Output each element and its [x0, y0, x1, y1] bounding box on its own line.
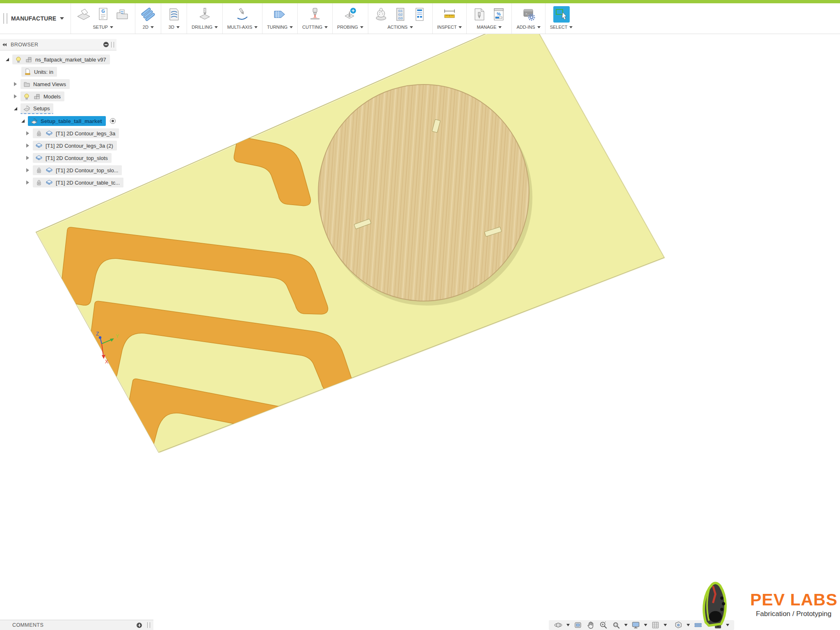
expanded-caret-icon[interactable] — [14, 107, 17, 110]
browser-panel: BROWSER ns_flatpack_market_table v97 — [0, 39, 139, 189]
toolbar-group-2d: 2D — [135, 3, 161, 34]
lock-icon — [35, 179, 43, 186]
new-setup-icon[interactable] — [75, 6, 92, 23]
menu-cutting[interactable]: CUTTING — [302, 25, 328, 30]
collapsed-caret-icon[interactable] — [14, 82, 17, 86]
main-toolbar: MANUFACTURE G SETUP — [0, 3, 840, 34]
tree-item-setups[interactable]: Setups — [0, 103, 139, 115]
component-icon — [25, 56, 32, 63]
tree-item-root-component[interactable]: ns_flatpack_market_table v97 — [0, 53, 139, 66]
cutting-icon[interactable] — [307, 6, 323, 23]
active-setup-radio-icon[interactable] — [109, 117, 116, 125]
toolbar-group-3d: 3D — [161, 3, 187, 34]
gcode-doc-icon[interactable]: G — [95, 6, 111, 23]
post-process-icon[interactable] — [373, 6, 389, 23]
toolbar-group-select: SELECT — [545, 3, 578, 34]
panel-resize-grip[interactable] — [111, 42, 114, 48]
z-axis-tip — [99, 336, 101, 339]
chevron-down-icon — [176, 26, 180, 28]
tree-item-label: [T1] 2D Contour_legs_3a — [56, 130, 115, 137]
g3-glyph: G3 — [398, 16, 402, 20]
menu-select[interactable]: SELECT — [550, 25, 573, 30]
menu-3d[interactable]: 3D — [169, 25, 180, 30]
menu-actions[interactable]: ACTIONS — [388, 25, 413, 30]
collapsed-caret-icon[interactable] — [26, 144, 29, 148]
tree-item-models[interactable]: Models — [0, 90, 139, 103]
chevron-down-icon — [324, 26, 328, 28]
multi-axis-icon[interactable] — [234, 6, 251, 23]
fusion-manufacture-window: Z Y X MANUFACTURE G — [0, 0, 840, 630]
z-axis-label: Z — [96, 331, 99, 337]
tree-item-label: Named Views — [33, 81, 66, 87]
g2-glyph: G2 — [398, 13, 402, 16]
nc-program-icon[interactable] — [114, 6, 130, 23]
collapse-panel-icon[interactable] — [2, 43, 7, 46]
gcode-editor-icon[interactable]: G1 G2 G3 — [392, 6, 409, 23]
panel-options-icon[interactable] — [103, 42, 109, 47]
collapsed-caret-icon[interactable] — [14, 94, 17, 98]
menu-turning[interactable]: TURNING — [267, 25, 293, 30]
tree-item-label: [T1] 2D Contour_legs_3a (2) — [46, 143, 113, 149]
turning-icon[interactable] — [272, 6, 288, 23]
workspace-label: MANUFACTURE — [11, 15, 56, 22]
tree-item-setup-table-tall-market[interactable]: Setup_table_tall_market — [0, 115, 139, 127]
chevron-down-icon — [498, 26, 502, 28]
tree-item-label: Setup_table_tall_market — [41, 118, 102, 124]
toolbar-group-setup: G SETUP — [71, 3, 135, 34]
tree-item-toolpath-4[interactable]: [T1] 2D Contour_top_slo... — [0, 164, 139, 176]
chevron-down-icon — [410, 26, 413, 28]
visibility-bulb-icon[interactable] — [15, 56, 22, 63]
x-axis-arrowhead — [102, 355, 105, 359]
toolbar-group-probing: PROBING — [332, 3, 368, 34]
toolbar-group-manage: % MANAGE — [466, 3, 511, 34]
tree-item-label: Models — [43, 94, 61, 100]
menu-drilling[interactable]: DRILLING — [192, 25, 218, 30]
menu-2d[interactable]: 2D — [143, 25, 154, 30]
2d-milling-icon[interactable] — [140, 6, 156, 23]
menu-probing[interactable]: PROBING — [337, 25, 363, 30]
g1-glyph: G1 — [398, 9, 402, 13]
collapsed-caret-icon[interactable] — [26, 168, 29, 172]
expanded-caret-icon[interactable] — [21, 119, 25, 123]
measure-icon[interactable] — [441, 6, 458, 23]
3d-milling-icon[interactable] — [166, 6, 182, 23]
drilling-icon[interactable] — [196, 6, 213, 23]
toolbar-grip[interactable] — [3, 13, 7, 24]
tree-item-units[interactable]: Units: in — [0, 66, 139, 78]
toolpath-icon — [35, 154, 43, 162]
expanded-caret-icon[interactable] — [6, 58, 9, 61]
toolbar-group-actions: G1 G2 G3 ACTIONS — [368, 3, 432, 34]
collapsed-caret-icon[interactable] — [26, 131, 29, 135]
visibility-bulb-icon[interactable] — [23, 93, 30, 100]
scripts-addins-icon[interactable]: >_ — [520, 6, 537, 23]
toolpath-icon — [35, 142, 43, 149]
chevron-down-icon — [537, 26, 541, 28]
collapsed-caret-icon[interactable] — [26, 180, 29, 185]
chevron-down-icon — [569, 26, 573, 28]
menu-multi-axis[interactable]: MULTI-AXIS — [227, 25, 258, 30]
probing-icon[interactable] — [342, 6, 358, 23]
browser-header[interactable]: BROWSER — [0, 39, 116, 50]
tree-item-toolpath-3[interactable]: [T1] 2D Contour_top_slots — [0, 152, 139, 164]
tree-item-toolpath-1[interactable]: [T1] 2D Contour_legs_3a — [0, 127, 139, 139]
menu-add-ins[interactable]: ADD-INS — [516, 25, 540, 30]
tree-item-named-views[interactable]: Named Views — [0, 78, 139, 90]
chevron-down-icon — [151, 26, 154, 28]
tool-library-icon[interactable] — [471, 6, 488, 23]
menu-setup[interactable]: SETUP — [93, 25, 113, 30]
setup-icon — [30, 117, 38, 125]
select-icon[interactable] — [553, 6, 570, 23]
setup-sheet-icon[interactable] — [411, 6, 428, 23]
chevron-down-icon — [60, 17, 64, 20]
tree-item-toolpath-5[interactable]: [T1] 2D Contour_table_tc... — [0, 176, 139, 189]
round-tabletop[interactable] — [318, 84, 529, 301]
folder-icon — [23, 80, 30, 88]
menu-inspect[interactable]: INSPECT — [437, 25, 462, 30]
tree-item-toolpath-2[interactable]: [T1] 2D Contour_legs_3a (2) — [0, 139, 139, 152]
tree-item-label: ns_flatpack_market_table v97 — [35, 57, 106, 63]
menu-manage[interactable]: MANAGE — [477, 25, 502, 30]
workspace-switcher[interactable]: MANUFACTURE — [0, 3, 71, 34]
collapsed-caret-icon[interactable] — [26, 156, 29, 160]
machining-time-icon[interactable]: % — [491, 6, 507, 23]
gcode-letter: G — [102, 9, 105, 14]
